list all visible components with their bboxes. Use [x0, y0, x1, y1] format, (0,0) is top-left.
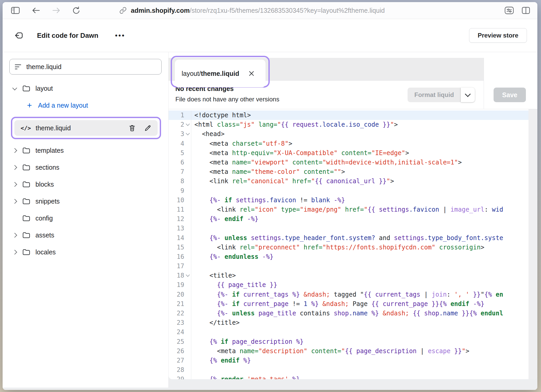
code-line-11[interactable]: 11 <link rel="icon" type="image/png" hre…: [169, 205, 537, 214]
page-settings-icon[interactable]: [505, 7, 514, 14]
code-line-29[interactable]: 29 {% render 'meta-tags' %}: [169, 375, 537, 379]
code-editor[interactable]: 1<!doctype html>2<html class="js" lang="…: [169, 109, 537, 379]
code-text: {%- unless settings.type_header_font.sys…: [191, 233, 537, 242]
code-text: </title>: [191, 318, 537, 327]
fold-chevron-icon[interactable]: [184, 133, 191, 135]
chevron-right-icon[interactable]: [12, 149, 17, 152]
code-text: <meta name="viewport" content="width=dev…: [191, 158, 537, 167]
chevron-down-icon[interactable]: [12, 87, 17, 90]
code-line-24[interactable]: 24: [169, 327, 537, 337]
code-line-22[interactable]: 22 {%- unless page_title contains shop.n…: [169, 309, 537, 318]
sidebar-toggle-icon[interactable]: [11, 7, 20, 14]
code-line-25[interactable]: 25 {% if page_description %}: [169, 337, 537, 346]
code-line-14[interactable]: 14 {%- unless settings.type_header_font.…: [169, 233, 537, 242]
code-line-21[interactable]: 21 {%- if current_page != 1 %} &ndash; P…: [169, 299, 537, 309]
code-line-17[interactable]: 17: [169, 261, 537, 271]
screenshot: admin.shopify.com/store/rzq1xu-f5/themes…: [0, 0, 541, 392]
save-button[interactable]: Save: [494, 88, 526, 102]
rename-file-icon[interactable]: [144, 124, 151, 132]
file-search-input[interactable]: theme.liquid: [9, 59, 162, 75]
code-line-15[interactable]: 15 <link rel="preconnect" href="https://…: [169, 243, 537, 252]
code-line-6[interactable]: 6 <meta name="viewport" content="width=d…: [169, 158, 537, 167]
sidebar-folder-assets[interactable]: assets: [3, 230, 168, 241]
code-line-27[interactable]: 27 {% endif %}: [169, 356, 537, 365]
code-line-4[interactable]: 4 <meta charset="utf-8">: [169, 139, 537, 148]
url-bar[interactable]: admin.shopify.com/store/rzq1xu-f5/themes…: [119, 7, 385, 14]
folder-icon: [22, 232, 30, 238]
fold-chevron-icon[interactable]: [184, 124, 191, 125]
line-number: 1: [169, 112, 184, 119]
sidebar-folder-locales[interactable]: locales: [3, 247, 168, 258]
code-line-13[interactable]: 13: [169, 224, 537, 233]
code-line-23[interactable]: 23 </title>: [169, 318, 537, 327]
format-options-dropdown[interactable]: [461, 88, 475, 102]
code-line-1[interactable]: 1<!doctype html>: [169, 111, 537, 120]
chevron-right-icon[interactable]: [12, 183, 17, 186]
chevron-right-icon[interactable]: [12, 166, 17, 169]
code-line-7[interactable]: 7 <meta name="theme-color" content="">: [169, 167, 537, 176]
chevron-right-icon[interactable]: [12, 200, 17, 203]
line-number: 10: [169, 197, 184, 204]
code-line-18[interactable]: 18 <title>: [169, 271, 537, 280]
split-view-icon[interactable]: [522, 7, 530, 14]
sidebar-folder-templates[interactable]: templates: [3, 145, 168, 156]
code-line-16[interactable]: 16 {%- endunless -%}: [169, 252, 537, 261]
add-new-layout-label: Add a new layout: [38, 102, 88, 109]
back-icon[interactable]: [32, 7, 40, 14]
line-number: 4: [169, 140, 184, 147]
browser-toolbar-right: [505, 7, 530, 14]
code-text: {%- endunless -%}: [191, 252, 537, 261]
line-number: 8: [169, 177, 184, 185]
code-line-3[interactable]: 3 <head>: [169, 129, 537, 139]
code-line-26[interactable]: 26 <meta name="description" content="{{ …: [169, 346, 537, 356]
exit-code-editor-icon[interactable]: [15, 31, 24, 40]
code-line-8[interactable]: 8 <link rel="canonical" href="{{ canonic…: [169, 176, 537, 186]
code-text: <!doctype html>: [191, 111, 537, 120]
add-new-layout-button[interactable]: + Add a new layout: [3, 100, 168, 111]
close-tab-icon[interactable]: [249, 71, 254, 76]
code-text: {%- if current_page != 1 %} &ndash; Page…: [191, 299, 537, 309]
sidebar-file-theme-liquid[interactable]: </> theme.liquid: [14, 120, 158, 136]
sidebar-folder-config[interactable]: config: [3, 213, 168, 224]
code-line-12[interactable]: 12 {%- endif -%}: [169, 214, 537, 224]
code-line-2[interactable]: 2<html class="js" lang="{{ request.local…: [169, 120, 537, 129]
folder-icon: [22, 249, 30, 255]
line-number: 18: [169, 272, 184, 279]
editor-scrollbar[interactable]: [528, 109, 537, 379]
folder-label: assets: [35, 231, 54, 239]
code-line-20[interactable]: 20 {%- if current_tags %} &ndash; tagged…: [169, 290, 537, 299]
code-line-28[interactable]: 28: [169, 365, 537, 375]
selected-file-name: theme.liquid: [36, 124, 71, 132]
format-liquid-button[interactable]: Format liquid: [408, 88, 461, 102]
tab-file-name: theme.liquid: [201, 70, 239, 77]
sidebar-folder-blocks[interactable]: blocks: [3, 179, 168, 190]
code-text: {{ page_title }}: [191, 280, 537, 290]
code-line-10[interactable]: 10 {%- if settings.favicon != blank -%}: [169, 195, 537, 205]
preview-store-button[interactable]: Preview store: [469, 28, 527, 43]
code-text: {%- endif -%}: [191, 214, 537, 224]
code-text: [191, 327, 537, 337]
line-number: 2: [169, 121, 184, 128]
code-line-19[interactable]: 19 {{ page_title }}: [169, 280, 537, 290]
sidebar-folder-layout[interactable]: layout: [3, 83, 168, 94]
tab-layout-theme-liquid[interactable]: layout/theme.liquid: [175, 60, 266, 87]
chevron-right-icon[interactable]: [12, 234, 17, 237]
code-text: <link rel="canonical" href="{{ canonical…: [191, 176, 537, 186]
content: theme.liquid layout + Add a: [3, 52, 537, 390]
code-text: [191, 186, 537, 195]
file-tree: layout + Add a new layout </> theme.liqu…: [3, 83, 168, 258]
sidebar-folder-sections[interactable]: sections: [3, 162, 168, 173]
delete-file-icon[interactable]: [128, 124, 136, 132]
line-number: 27: [169, 357, 184, 364]
code-line-9[interactable]: 9: [169, 186, 537, 195]
code-file-icon: </>: [21, 125, 31, 131]
line-number: 9: [169, 187, 184, 194]
sidebar-folder-snippets[interactable]: snippets: [3, 196, 168, 207]
line-number: 22: [169, 310, 184, 317]
more-options-icon[interactable]: •••: [113, 31, 127, 40]
code-line-5[interactable]: 5 <meta http-equiv="X-UA-Compatible" con…: [169, 148, 537, 158]
line-number: 17: [169, 262, 184, 270]
chevron-right-icon[interactable]: [12, 250, 17, 254]
fold-chevron-icon[interactable]: [184, 275, 191, 276]
reload-icon[interactable]: [72, 6, 80, 15]
